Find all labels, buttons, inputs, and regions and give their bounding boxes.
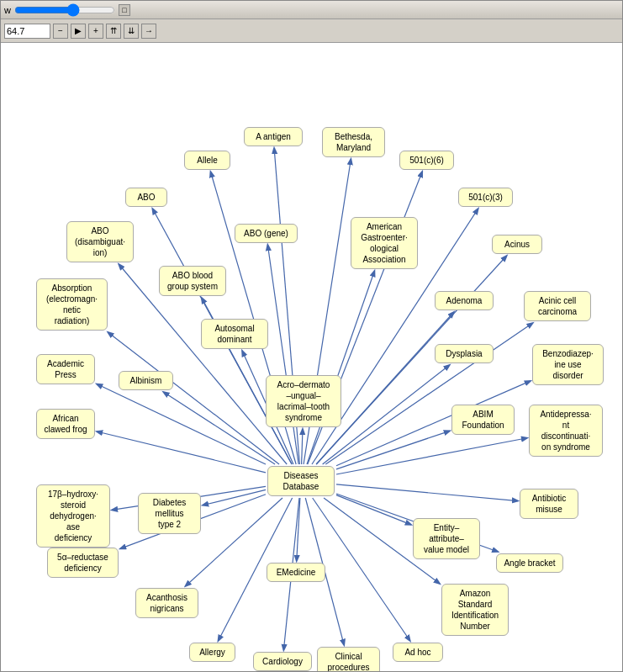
svg-line-25 <box>203 489 266 505</box>
toolbar: − ▶ + ⇈ ⇊ → <box>1 19 622 43</box>
node-bethesda[interactable]: Bethesda, Maryland <box>322 127 385 157</box>
node-abo-blood[interactable]: ABO blood group system <box>159 266 226 296</box>
svg-line-21 <box>336 438 527 474</box>
node-clinical-proc[interactable]: Clinical procedures <box>317 647 380 671</box>
node-acro-dermato[interactable]: Acro–dermato –ungual– lacrimal–tooth syn… <box>266 375 341 427</box>
zoom-out-btn[interactable]: − <box>53 24 68 39</box>
svg-line-18 <box>163 392 275 464</box>
node-antibiotic[interactable]: Antibiotic misuse <box>520 489 578 519</box>
svg-line-13 <box>325 323 532 464</box>
node-allergy[interactable]: Allergy <box>189 643 235 662</box>
svg-line-33 <box>313 498 410 641</box>
node-acanthosis[interactable]: Acanthosis nigricans <box>135 588 198 618</box>
svg-line-5 <box>267 245 298 464</box>
node-adenoma[interactable]: Adenoma <box>435 291 494 310</box>
svg-line-22 <box>302 429 303 464</box>
node-albinism[interactable]: Albinism <box>119 371 173 390</box>
svg-line-26 <box>336 484 518 501</box>
node-abo[interactable]: ABO <box>125 188 167 207</box>
svg-line-14 <box>108 332 279 464</box>
zoom-in-btn[interactable]: + <box>88 24 103 39</box>
node-diseases-db[interactable]: Diseases Database <box>267 466 335 496</box>
play-btn[interactable]: ▶ <box>71 24 86 39</box>
svg-line-23 <box>97 431 266 473</box>
svg-line-28 <box>336 495 411 525</box>
node-17b-hydroxy[interactable]: 17β–hydroxy· steroid dehydrogen· ase def… <box>36 484 110 548</box>
node-cardiology[interactable]: Cardiology <box>253 652 312 671</box>
node-emedicine[interactable]: EMedicine <box>267 563 325 582</box>
zoom-input[interactable] <box>4 24 50 39</box>
titlebar-label: w <box>4 5 11 15</box>
titlebar-slider[interactable] <box>14 6 115 14</box>
titlebar-close-btn[interactable]: □ <box>119 4 130 16</box>
node-abo-gene[interactable]: ABO (gene) <box>235 224 298 243</box>
svg-line-20 <box>336 431 450 469</box>
svg-line-16 <box>323 365 450 464</box>
node-academic-press[interactable]: Academic Press <box>36 354 95 384</box>
node-autosomal[interactable]: Autosomal dominant <box>201 319 268 349</box>
node-antidepressant[interactable]: Antidepressa· nt discontinuati· on syndr… <box>529 405 603 457</box>
node-5a-reductase[interactable]: 5α–reductase deficiency <box>47 548 119 578</box>
svg-line-17 <box>97 384 266 464</box>
titlebar: w □ <box>1 1 622 19</box>
node-angle-bracket[interactable]: Angle bracket <box>496 553 563 573</box>
node-a-antigen[interactable]: A antigen <box>244 127 303 146</box>
down-fast-btn[interactable]: ⇊ <box>124 24 139 39</box>
forward-btn[interactable]: → <box>141 24 156 39</box>
node-ad-hoc[interactable]: Ad hoc <box>393 643 443 662</box>
node-501c6[interactable]: 501(c)(6) <box>399 151 454 170</box>
node-diabetes[interactable]: Diabetes mellitus type 2 <box>138 493 201 534</box>
node-allele[interactable]: Allele <box>184 151 230 170</box>
node-american-gastro[interactable]: American Gastroenter· ological Associati… <box>351 217 418 269</box>
up-fast-btn[interactable]: ⇈ <box>106 24 121 39</box>
node-amazon-standard[interactable]: Amazon Standard Identification Number <box>441 584 509 636</box>
svg-line-6 <box>307 271 374 464</box>
svg-line-31 <box>297 498 300 561</box>
node-acinic-cell[interactable]: Acinic cell carcinoma <box>524 291 591 321</box>
node-entity-attr[interactable]: Entity– attribute– value model <box>413 518 480 559</box>
node-abim[interactable]: ABIM Foundation <box>451 405 515 435</box>
main-window: w □ − ▶ + ⇈ ⇊ → Diseases DatabaseA antig… <box>0 0 623 672</box>
node-dysplasia[interactable]: Dysplasia <box>435 344 494 363</box>
node-501c3[interactable]: 501(c)(3) <box>458 188 513 207</box>
node-benzodiazep[interactable]: Benzodiazep· ine use disorder <box>532 344 604 385</box>
node-acinus[interactable]: Acinus <box>492 235 542 254</box>
node-abo-disambig[interactable]: ABO (disambiguat· ion) <box>66 221 134 262</box>
node-absorption[interactable]: Absorption (electromagn· netic radiation… <box>36 278 108 331</box>
graph-area: Diseases DatabaseA antigenBethesda, Mary… <box>1 43 622 671</box>
node-african-clawed[interactable]: African clawed frog <box>36 409 95 439</box>
